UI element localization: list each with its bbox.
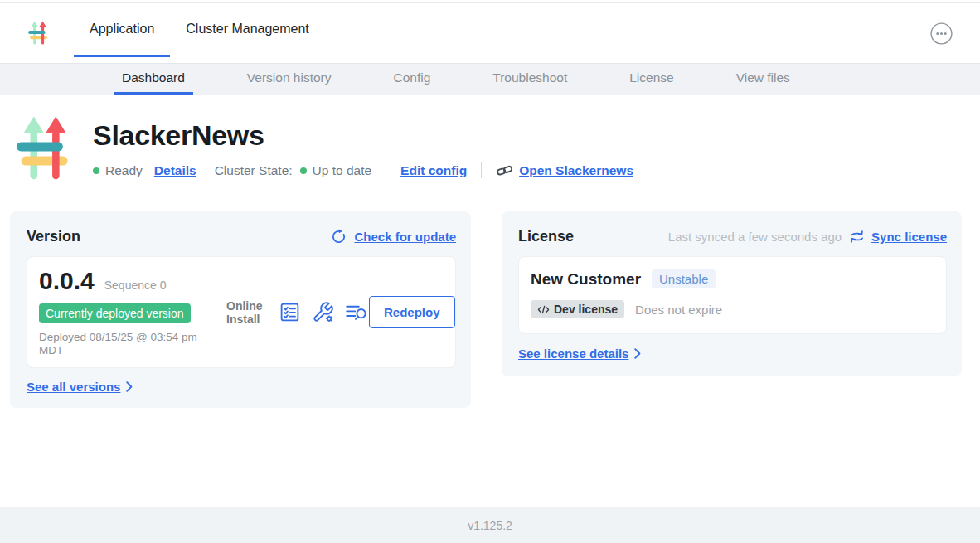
open-app-link[interactable]: Open Slackernews bbox=[496, 163, 633, 178]
version-number: 0.0.4 bbox=[39, 267, 95, 295]
customer-name: New Customer bbox=[531, 270, 641, 288]
app-status-row: Ready Details Cluster State: Up to date … bbox=[93, 162, 633, 178]
cluster-state-dot bbox=[300, 167, 307, 174]
sync-license-link[interactable]: Sync license bbox=[849, 230, 947, 244]
link-icon bbox=[496, 164, 513, 177]
preflight-checks-icon[interactable] bbox=[279, 301, 301, 323]
app-sub-nav: Dashboard Version history Config Trouble… bbox=[0, 63, 980, 95]
version-card-title: Version bbox=[27, 228, 80, 245]
license-card-title: License bbox=[518, 228, 574, 245]
cluster-state-text: Up to date bbox=[313, 163, 372, 178]
app-status-text: Ready bbox=[105, 163, 143, 178]
install-type-label: Online Install bbox=[226, 299, 268, 326]
tab-application[interactable]: Application bbox=[74, 3, 170, 57]
deploy-logs-icon[interactable] bbox=[345, 302, 369, 322]
last-synced-text: Last synced a few seconds ago bbox=[668, 230, 842, 244]
sync-icon bbox=[849, 230, 865, 244]
console-footer: v1.125.2 bbox=[0, 507, 980, 543]
subnav-config[interactable]: Config bbox=[386, 64, 439, 95]
check-for-update-link[interactable]: Check for update bbox=[331, 229, 456, 245]
dashboard-main: SlackerNews Ready Details Cluster State:… bbox=[0, 95, 980, 408]
app-logo-icon bbox=[27, 20, 51, 47]
config-wrench-icon[interactable] bbox=[312, 301, 334, 323]
version-card: Version Check for update 0.0.4 Sequence … bbox=[10, 211, 471, 408]
subnav-view-files[interactable]: View files bbox=[728, 64, 798, 95]
top-nav: Application Cluster Management bbox=[0, 3, 980, 63]
tab-cluster-management[interactable]: Cluster Management bbox=[170, 3, 325, 57]
chevron-right-icon bbox=[634, 348, 641, 359]
refresh-icon bbox=[331, 229, 347, 245]
dashboard-cards: Version Check for update 0.0.4 Sequence … bbox=[10, 211, 980, 408]
cluster-state-label: Cluster State: bbox=[215, 163, 293, 178]
license-card: License Last synced a few seconds ago Sy… bbox=[502, 211, 962, 376]
deployed-timestamp: Deployed 08/15/25 @ 03:54 pm MDT bbox=[39, 331, 216, 357]
version-sequence: Sequence 0 bbox=[104, 279, 167, 292]
chevron-right-icon bbox=[126, 381, 133, 392]
deployed-status-badge: Currently deployed version bbox=[39, 303, 191, 323]
subnav-license[interactable]: License bbox=[621, 64, 682, 95]
license-summary-panel: New Customer Unstable Dev license Does n… bbox=[518, 256, 947, 334]
app-title: SlackerNews bbox=[93, 119, 633, 152]
license-expiry-text: Does not expire bbox=[635, 303, 722, 317]
subnav-troubleshoot[interactable]: Troubleshoot bbox=[484, 64, 575, 95]
status-details-link[interactable]: Details bbox=[154, 163, 196, 178]
code-icon bbox=[537, 305, 550, 314]
more-options-icon[interactable] bbox=[930, 22, 953, 45]
channel-badge: Unstable bbox=[652, 269, 716, 288]
subnav-dashboard[interactable]: Dashboard bbox=[114, 64, 193, 95]
see-all-versions-link[interactable]: See all versions bbox=[27, 380, 133, 394]
console-version: v1.125.2 bbox=[468, 519, 512, 532]
subnav-version-history[interactable]: Version history bbox=[239, 64, 340, 95]
app-logo-large-icon bbox=[14, 114, 77, 187]
divider bbox=[481, 162, 482, 178]
top-nav-tabs: Application Cluster Management bbox=[74, 3, 325, 63]
current-version-panel: 0.0.4 Sequence 0 Currently deployed vers… bbox=[27, 256, 456, 368]
edit-config-link[interactable]: Edit config bbox=[400, 163, 467, 178]
redeploy-button[interactable]: Redeploy bbox=[369, 296, 455, 328]
app-header: SlackerNews Ready Details Cluster State:… bbox=[14, 114, 980, 187]
license-type-badge: Dev license bbox=[531, 300, 624, 318]
divider bbox=[386, 162, 386, 178]
app-status-dot bbox=[93, 167, 99, 174]
see-license-details-link[interactable]: See license details bbox=[518, 347, 641, 361]
